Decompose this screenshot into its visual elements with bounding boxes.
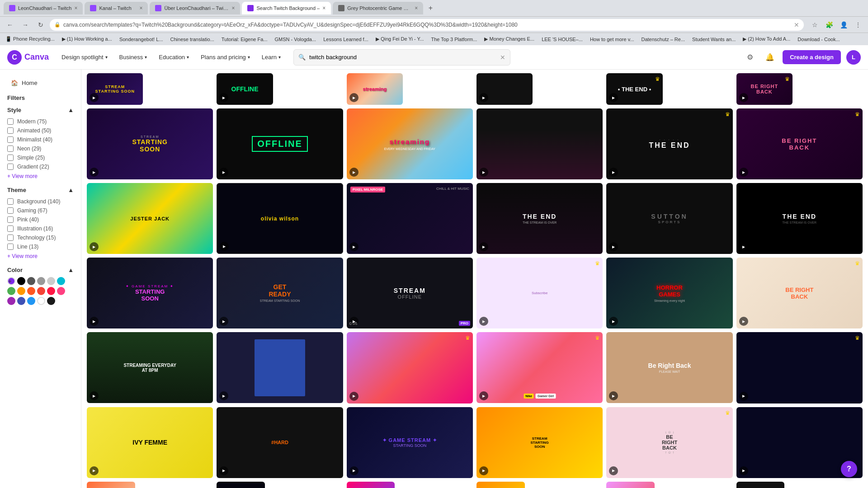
style-modern-checkbox[interactable] xyxy=(7,118,14,125)
color-swatch-light-gray[interactable] xyxy=(47,277,55,285)
color-swatch-dark-gray[interactable] xyxy=(27,277,35,285)
bookmark-13[interactable]: Datenschutz – Re... xyxy=(640,36,687,43)
user-avatar[interactable]: L xyxy=(846,50,861,65)
template-card-brb-pink[interactable]: ↓ ☺ ↓ BERIGHTBACK ↑ ☺ ↑ ▶ ♛ xyxy=(606,407,732,478)
tab-5-close[interactable]: × xyxy=(415,5,418,11)
bookmark-2[interactable]: ▶ (1) How Working a... xyxy=(60,35,114,43)
tab-1-close[interactable]: × xyxy=(74,5,77,11)
nav-education[interactable]: Education ▾ xyxy=(153,51,194,63)
help-button[interactable]: ? xyxy=(841,461,857,477)
bookmark-15[interactable]: ▶ (2) How To Add A... xyxy=(741,35,792,43)
template-card-game-stream[interactable]: ✦ GAME STREAM ✦ STARTINGSOON ▶ xyxy=(87,258,213,328)
template-card-dark-globe[interactable]: ▶ ♛ xyxy=(736,332,863,403)
color-swatch-bright-red[interactable] xyxy=(47,287,55,295)
bookmark-4[interactable]: Chinese translatio... xyxy=(169,36,216,43)
nav-design-spotlight[interactable]: Design spotlight ▾ xyxy=(56,51,113,63)
color-swatch-cyan[interactable] xyxy=(57,277,65,285)
template-card-the-end-triangle[interactable]: THE END THE STREAM IS OVER ▶ xyxy=(476,183,603,254)
template-card-pink-clouds[interactable]: Nike Gamer Girl ▶ ♛ xyxy=(476,332,603,403)
theme-filter-technology[interactable]: Technology (15) xyxy=(7,233,74,242)
nav-plans-pricing[interactable]: Plans and pricing ▾ xyxy=(195,51,255,63)
back-button[interactable]: ← xyxy=(4,19,16,31)
template-card-the-end-dark[interactable]: THE END THE STREAM IS OVER ▶ xyxy=(736,183,863,254)
color-swatch-red[interactable] xyxy=(37,287,45,295)
bookmark-16[interactable]: Download - Cook... xyxy=(796,36,842,43)
template-card-horror[interactable]: HORRORGAMES Streaming every night ▶ xyxy=(606,258,732,328)
tab-2[interactable]: Kanal – Twitch × xyxy=(85,2,148,14)
style-filter-gradient[interactable]: Gradient (22) xyxy=(7,162,74,171)
template-card-top-6[interactable]: BE RIGHTBACK ▶ ♛ xyxy=(736,73,793,105)
theme-filter-line[interactable]: Line (13) xyxy=(7,242,74,251)
style-filter-simple[interactable]: Simple (25) xyxy=(7,153,74,162)
style-simple-checkbox[interactable] xyxy=(7,155,14,161)
template-card-get-ready[interactable]: GETREADY STREAM STARTING SOON ▶ xyxy=(217,258,343,328)
canva-logo[interactable]: C Canva xyxy=(7,50,49,65)
template-card-brb-tan[interactable]: Be Right Back PLEASE WAIT ▶ xyxy=(606,332,732,403)
template-card-top-5[interactable]: • THE END • ▶ ♛ xyxy=(606,73,662,105)
style-section-header[interactable]: Style ▲ xyxy=(7,107,74,113)
color-swatch-gray[interactable] xyxy=(37,277,45,285)
bookmark-10[interactable]: ▶ Money Changes E... xyxy=(482,35,536,43)
style-animated-checkbox[interactable] xyxy=(7,127,14,134)
template-card-bottom-2[interactable] xyxy=(217,482,265,488)
color-swatch-near-black[interactable] xyxy=(47,297,55,305)
style-filter-modern[interactable]: Modern (75) xyxy=(7,117,74,126)
bookmark-14[interactable]: Student Wants an... xyxy=(690,36,737,43)
search-clear-button[interactable]: ✕ xyxy=(500,54,505,61)
color-swatch-orange[interactable] xyxy=(17,287,25,295)
nav-learn[interactable]: Learn ▾ xyxy=(256,51,286,63)
theme-gaming-checkbox[interactable] xyxy=(7,207,14,214)
template-card-gradient-purple[interactable]: ▶ ♛ xyxy=(347,332,473,403)
search-bar[interactable]: 🔍 ✕ xyxy=(293,49,510,66)
bookmark-1[interactable]: 📱 Phone Recycling... xyxy=(4,35,57,43)
notification-button[interactable]: 🔔 xyxy=(763,50,777,65)
template-card-brb-1[interactable]: BE RIGHTBACK ▶ ♛ xyxy=(736,108,863,179)
color-swatch-plus[interactable]: + xyxy=(7,277,15,285)
theme-pink-checkbox[interactable] xyxy=(7,216,14,223)
profile-btn[interactable]: 👤 xyxy=(837,19,850,31)
theme-view-more[interactable]: + View more xyxy=(7,253,74,259)
template-card-orange-hex[interactable]: STREAMSTARTINGSOON ▶ xyxy=(476,407,603,478)
style-view-more[interactable]: + View more xyxy=(7,173,74,179)
theme-filter-pink[interactable]: Pink (40) xyxy=(7,215,74,224)
template-card-bottom-5[interactable] xyxy=(606,482,655,488)
tab-3-close[interactable]: × xyxy=(231,5,235,11)
template-card-jester-jack[interactable]: JESTER JACK ▶ xyxy=(87,183,213,254)
template-card-game-stream-2[interactable]: ✦ GAME STREAM ✦ STARTING SOON ▶ xyxy=(347,407,473,478)
search-input[interactable] xyxy=(309,54,496,61)
color-swatch-purple[interactable] xyxy=(7,297,15,305)
template-card-hard[interactable]: #HARD ▶ xyxy=(217,407,343,478)
template-card-top-4[interactable]: ▶ xyxy=(476,73,533,105)
bookmark-8[interactable]: ▶ Qing Fei De Yi - Y... xyxy=(374,35,426,43)
color-swatch-blue[interactable] xyxy=(27,297,35,305)
tab-3[interactable]: Über LeonChaudhari – Twitch × xyxy=(150,2,240,14)
style-minimalist-checkbox[interactable] xyxy=(7,136,14,143)
template-card-beige-brb[interactable]: BE RIGHTBACK ▶ ♛ xyxy=(736,258,863,328)
template-card-bottom-3[interactable] xyxy=(347,482,395,488)
address-clear[interactable]: ✕ xyxy=(794,21,799,28)
style-gradient-checkbox[interactable] xyxy=(7,164,14,170)
bookmark-5[interactable]: Tutorial: Eigene Fa... xyxy=(220,36,269,43)
bookmark-star[interactable]: ☆ xyxy=(808,19,821,31)
bookmark-6[interactable]: GMSN - Vologda... xyxy=(273,36,318,43)
style-neon-checkbox[interactable] xyxy=(7,145,14,152)
template-card-starting-soon[interactable]: STREAM STARTINGSOON ▶ xyxy=(87,108,213,179)
template-card-pixel[interactable]: PIXEL MILNROSE CHILL & HIT MUSIC ▶ xyxy=(347,183,473,254)
more-options-btn[interactable]: ⋮ xyxy=(852,19,864,31)
theme-background-checkbox[interactable] xyxy=(7,198,14,205)
style-filter-minimalist[interactable]: Minimalist (40) xyxy=(7,135,74,144)
reload-button[interactable]: ↻ xyxy=(34,19,47,31)
template-card-cute-offline[interactable]: Subscribe ▶ ♛ xyxy=(476,258,603,328)
theme-illustration-checkbox[interactable] xyxy=(7,225,14,232)
template-card-the-end-1[interactable]: · · · · · THE END ▶ ♛ xyxy=(606,108,732,179)
template-card-bottom-4[interactable] xyxy=(476,482,525,488)
settings-button[interactable]: ⚙ xyxy=(743,50,757,65)
template-card-ivy[interactable]: IVY FEMME ▶ xyxy=(87,407,213,478)
template-card-retro-grid[interactable]: ▶ xyxy=(476,108,603,179)
theme-filter-gaming[interactable]: Gaming (67) xyxy=(7,206,74,215)
address-bar[interactable]: 🔒 canva.com/search/templates?q=Twitch%20… xyxy=(50,19,804,31)
tab-5[interactable]: Grey Photocentric Game Night... × xyxy=(333,2,423,14)
template-card-offline[interactable]: OFFLINE ▶ xyxy=(217,108,343,179)
template-card-top-1[interactable]: STREAMSTARTING SOON ▶ xyxy=(87,73,143,105)
color-swatch-deep-orange[interactable] xyxy=(27,287,35,295)
